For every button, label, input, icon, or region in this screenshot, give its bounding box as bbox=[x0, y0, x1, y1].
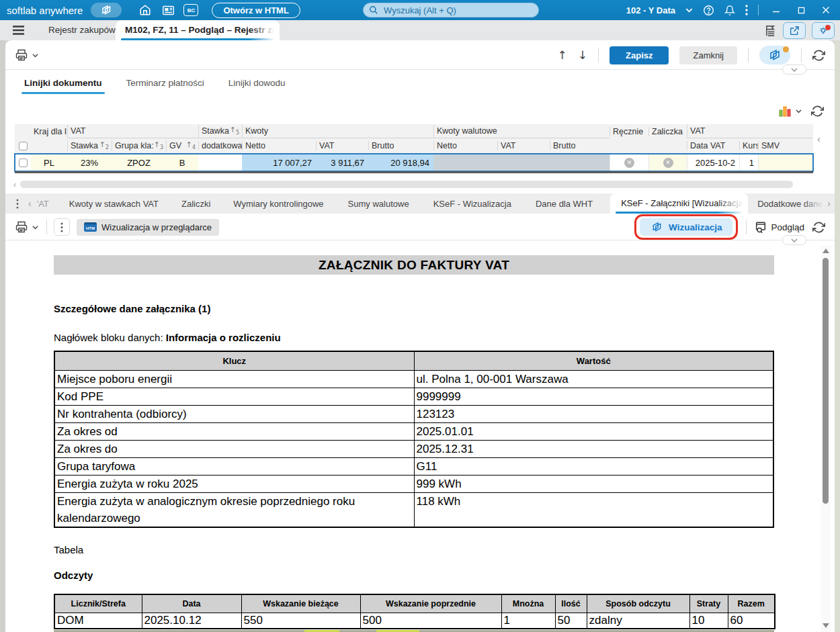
cell-w-brutto[interactable] bbox=[550, 154, 610, 171]
news-button[interactable] bbox=[157, 2, 179, 18]
collapse-toolbar-button[interactable] bbox=[782, 64, 806, 75]
chevron-down-icon[interactable] bbox=[685, 7, 693, 13]
col-group-stawka-dodatkowa[interactable]: Stawka↑5 bbox=[198, 124, 242, 138]
col-header-gv[interactable]: GV↑4 bbox=[166, 140, 198, 150]
tab-dodatkowe-dane[interactable]: Dodatkowe dane dl bbox=[757, 199, 827, 209]
tab-ksef-zalaczniki-active[interactable]: KSeF - Załączniki [Wizualizacja] bbox=[610, 193, 748, 214]
cell-data-vat[interactable]: 2025-10-2 bbox=[687, 154, 739, 171]
chevron-left-icon[interactable]: ‹ bbox=[28, 198, 32, 209]
print-button[interactable] bbox=[15, 48, 38, 62]
scrollbar-thumb[interactable] bbox=[20, 181, 793, 188]
col-header-smv[interactable]: SMV bbox=[758, 141, 813, 150]
grid-horizontal-scrollbar[interactable]: ‹ bbox=[5, 179, 835, 189]
cell-dodatkowa[interactable] bbox=[198, 154, 242, 171]
cell-vat[interactable]: 3 911,67 bbox=[316, 154, 368, 171]
tabs-kebab-icon[interactable] bbox=[16, 199, 19, 209]
col-group-zaliczka[interactable]: Zaliczka bbox=[648, 127, 687, 136]
hamburger-menu-icon[interactable] bbox=[12, 25, 25, 36]
col-header-brutto[interactable]: Brutto bbox=[368, 141, 433, 150]
cell-brutto[interactable]: 20 918,94 bbox=[368, 154, 433, 171]
tab-linijki-dokumentu[interactable]: Linijki dokumentu bbox=[24, 78, 102, 94]
scroll-left-hint-icon[interactable]: ‹ bbox=[817, 133, 821, 144]
col-header-w-vat[interactable]: VAT bbox=[497, 141, 550, 150]
tab-sumy-walutowe[interactable]: Sumy walutowe bbox=[348, 199, 409, 209]
tab-ksef-wizualizacja[interactable]: KSeF - Wizualizacja bbox=[433, 199, 511, 209]
cell-kurs[interactable]: 1 bbox=[739, 154, 758, 171]
tab-linijki-dowodu[interactable]: Linijki dowodu bbox=[228, 78, 286, 94]
cell-zaliczka[interactable] bbox=[648, 154, 687, 171]
col-group-kwoty-walutowe[interactable]: Kwoty walutowe bbox=[433, 124, 610, 138]
tab-rejestr-zakupow[interactable]: Rejestr zakupów bbox=[48, 20, 116, 40]
cell-stawka[interactable]: 23% bbox=[67, 154, 112, 171]
app-switcher-button[interactable] bbox=[91, 3, 122, 17]
more-options-kebab-icon[interactable] bbox=[745, 5, 748, 15]
col-group-vat2[interactable]: VAT bbox=[687, 124, 813, 138]
tab-wymiary-kontrolingowe[interactable]: Wymiary kontrolingowe bbox=[233, 199, 323, 209]
visualization-button[interactable]: Wizualizacja bbox=[640, 218, 732, 236]
help-icon[interactable] bbox=[703, 5, 714, 16]
notes-panel-icon[interactable] bbox=[764, 24, 777, 37]
col-group-vat[interactable]: VAT bbox=[67, 124, 198, 138]
print-button[interactable] bbox=[15, 220, 38, 234]
col-group-kraj[interactable]: Kraj dla I bbox=[31, 127, 67, 136]
window-maximize-button[interactable] bbox=[794, 3, 808, 17]
col-group-recznie[interactable]: Ręcznie bbox=[610, 127, 648, 136]
more-options-kebab-icon[interactable] bbox=[54, 218, 70, 236]
chevron-left-icon[interactable]: ‹ bbox=[13, 179, 16, 189]
cell-grupa[interactable]: ZPOZ bbox=[112, 154, 166, 171]
cell-recznie[interactable] bbox=[610, 154, 648, 171]
refresh-icon[interactable] bbox=[812, 49, 825, 62]
grid-row-selected[interactable]: PL 23% ZPOZ B 17 007,27 3 911,67 20 918,… bbox=[15, 154, 813, 171]
close-button[interactable]: Zamknij bbox=[679, 46, 737, 64]
window-minimize-button[interactable] bbox=[769, 3, 784, 17]
tab-terminarz-platnosci[interactable]: Terminarz płatności bbox=[126, 78, 204, 94]
home-button[interactable] bbox=[134, 2, 157, 18]
cell-kraj[interactable]: PL bbox=[31, 154, 67, 171]
col-header-data-vat[interactable]: Data VAT bbox=[687, 141, 739, 150]
refresh-icon[interactable] bbox=[812, 221, 825, 234]
tab-active-document[interactable]: M102, FZ, 11 – Podgląd – Rejestr zaku bbox=[116, 20, 280, 40]
tab-dane-dla-wht[interactable]: Dane dla WHT bbox=[536, 199, 593, 209]
share-button[interactable] bbox=[783, 22, 806, 39]
select-all-checkbox[interactable] bbox=[19, 142, 28, 150]
search-input[interactable] bbox=[363, 3, 539, 17]
ksef-button[interactable] bbox=[759, 46, 790, 64]
bc-button[interactable]: BC bbox=[179, 2, 202, 18]
cell-smv[interactable] bbox=[758, 154, 813, 171]
col-header-dodatkowa[interactable]: dodatkowa bbox=[198, 141, 242, 150]
col-header-w-brutto[interactable]: Brutto bbox=[550, 141, 610, 150]
arrow-down-icon[interactable]: ↓ bbox=[578, 50, 587, 61]
open-in-html-button[interactable]: Otwórz w HTML bbox=[212, 3, 300, 18]
window-close-button[interactable] bbox=[818, 3, 833, 17]
tab-zaliczki[interactable]: Zaliczki bbox=[181, 199, 210, 209]
col-header-vat[interactable]: VAT bbox=[316, 141, 368, 150]
col-header-netto[interactable]: Netto bbox=[242, 141, 316, 150]
scrollbar-thumb[interactable] bbox=[823, 258, 829, 504]
preview-button[interactable]: Podgląd bbox=[755, 221, 804, 233]
browser-visualization-button[interactable]: HTM Wizualizacja w przeglądarce bbox=[77, 219, 219, 236]
col-group-kwoty[interactable]: Kwoty bbox=[242, 124, 433, 138]
cell-gv[interactable]: B bbox=[166, 154, 198, 171]
cell-w-netto[interactable] bbox=[433, 154, 497, 171]
arrow-up-icon[interactable]: ↑ bbox=[558, 50, 567, 61]
cell-netto[interactable]: 17 007,27 bbox=[242, 154, 316, 171]
scroll-down-arrow[interactable] bbox=[823, 623, 829, 628]
scroll-up-arrow[interactable] bbox=[823, 249, 829, 253]
document-vertical-scrollbar[interactable] bbox=[821, 246, 831, 632]
col-header-stawka[interactable]: Stawka↑2 bbox=[67, 140, 112, 150]
col-header-w-netto[interactable]: Netto bbox=[433, 141, 497, 150]
profile-selector[interactable]: 102 - Y Data bbox=[626, 5, 675, 15]
hints-button[interactable] bbox=[812, 22, 835, 39]
tab-truncated[interactable]: 'AT bbox=[37, 199, 49, 209]
col-header-grupa[interactable]: Grupa kla:↑3 bbox=[112, 140, 166, 150]
save-button[interactable]: Zapisz bbox=[610, 46, 669, 64]
col-header-kurs[interactable]: Kurs bbox=[739, 141, 758, 150]
chevron-right-icon[interactable]: › bbox=[827, 198, 831, 209]
tab-kwoty-w-stawkach-vat[interactable]: Kwoty w stawkach VAT bbox=[69, 199, 159, 209]
row-checkbox[interactable] bbox=[19, 159, 28, 167]
chart-view-button[interactable] bbox=[778, 105, 802, 118]
cell-w-vat[interactable] bbox=[497, 154, 550, 171]
collapse-toolbar-button[interactable] bbox=[782, 235, 806, 245]
refresh-icon[interactable] bbox=[811, 105, 824, 118]
notifications-bell-icon[interactable] bbox=[724, 5, 735, 16]
